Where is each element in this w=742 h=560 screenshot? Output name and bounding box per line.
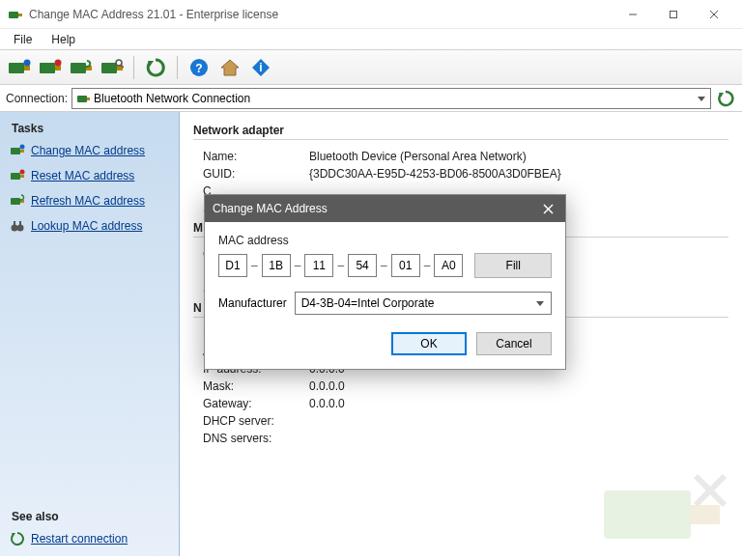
svg-point-8 — [24, 59, 31, 66]
manufacturer-select[interactable]: D4-3B-04=Intel Corporate — [295, 292, 552, 315]
mask-label: Mask: — [193, 379, 309, 393]
task-label: Refresh MAC address — [31, 194, 145, 208]
cancel-button[interactable]: Cancel — [476, 332, 552, 355]
mac-address-label: MAC address — [218, 234, 552, 247]
svg-rect-25 — [87, 98, 90, 100]
svg-rect-12 — [71, 63, 86, 73]
task-refresh-mac[interactable]: Refresh MAC address — [8, 191, 171, 210]
connection-label: Connection: — [6, 92, 68, 105]
svg-marker-26 — [698, 97, 705, 101]
toolbar-restart-button[interactable] — [142, 54, 169, 81]
svg-rect-0 — [9, 12, 18, 18]
gateway-value: 0.0.0.0 — [309, 397, 345, 410]
nic-edit-icon — [10, 143, 25, 158]
mac-separator: – — [251, 259, 258, 272]
toolbar-reset-mac-button[interactable] — [37, 54, 64, 81]
mac-octet-2[interactable] — [262, 254, 291, 277]
tasks-header: Tasks — [12, 122, 171, 135]
nic-refresh-icon — [10, 193, 25, 209]
svg-rect-31 — [11, 173, 20, 180]
toolbar-home-button[interactable] — [216, 54, 243, 81]
svg-rect-7 — [24, 66, 30, 70]
mac-octet-3[interactable] — [304, 254, 333, 277]
see-also-header: See also — [12, 510, 171, 523]
toolbar-refresh-mac-button[interactable] — [68, 54, 95, 81]
connection-bar: Connection: Bluetooth Network Connection — [0, 85, 742, 112]
toolbar-lookup-mac-button[interactable] — [99, 54, 126, 81]
dhcpserver-label: DHCP server: — [193, 414, 309, 428]
mac-octet-1[interactable] — [218, 254, 247, 277]
connection-select[interactable]: Bluetooth Network Connection — [71, 88, 711, 109]
svg-rect-39 — [19, 221, 21, 226]
maximize-button[interactable] — [653, 1, 694, 28]
svg-rect-28 — [11, 148, 20, 154]
svg-rect-38 — [14, 221, 15, 226]
task-label: Reset MAC address — [31, 169, 134, 182]
svg-text:?: ? — [195, 62, 202, 75]
see-also-restart[interactable]: Restart connection — [8, 529, 171, 548]
name-label: Name: — [193, 150, 309, 163]
svg-point-11 — [55, 59, 62, 66]
svg-rect-32 — [20, 175, 24, 178]
toolbar-about-button[interactable]: i — [247, 54, 274, 81]
mac-separator: – — [337, 259, 344, 272]
toolbar-separator — [177, 56, 178, 79]
toolbar: ? i — [0, 50, 742, 85]
svg-point-30 — [20, 145, 25, 150]
mac-octet-6[interactable] — [434, 254, 463, 277]
svg-rect-34 — [11, 198, 20, 205]
svg-point-33 — [20, 170, 25, 175]
task-lookup-mac[interactable]: Lookup MAC address — [8, 216, 171, 236]
sidebar: Tasks Change MAC address Reset MAC addre… — [0, 112, 180, 556]
mac-separator: – — [424, 259, 431, 272]
mac-separator: – — [295, 259, 301, 272]
connection-refresh-button[interactable] — [715, 88, 736, 109]
name-value: Bluetooth Device (Personal Area Network) — [309, 150, 527, 163]
svg-text:i: i — [259, 61, 262, 74]
toolbar-help-button[interactable]: ? — [186, 54, 213, 81]
svg-rect-9 — [40, 63, 55, 73]
dialog-titlebar: Change MAC Address — [205, 195, 565, 222]
see-also-label: Restart connection — [31, 532, 128, 546]
mac-octet-5[interactable] — [391, 254, 420, 277]
nic-reset-icon — [10, 168, 25, 183]
change-mac-dialog: Change MAC Address MAC address – – – – –… — [204, 194, 566, 370]
ok-button[interactable]: OK — [391, 332, 467, 355]
menubar: File Help — [0, 29, 742, 50]
restart-icon — [10, 531, 25, 546]
menu-help[interactable]: Help — [43, 31, 83, 48]
window-controls — [613, 1, 734, 28]
svg-rect-24 — [77, 96, 87, 102]
guid-label: GUID: — [193, 167, 309, 181]
mac-octet-4[interactable] — [348, 254, 377, 277]
task-label: Change MAC address — [31, 144, 145, 157]
mac-separator: – — [381, 259, 387, 272]
task-reset-mac[interactable]: Reset MAC address — [8, 166, 171, 185]
window-title: Change MAC Address 21.01 - Enterprise li… — [29, 8, 613, 21]
svg-rect-14 — [101, 63, 117, 73]
menu-file[interactable]: File — [6, 31, 40, 48]
svg-rect-1 — [18, 14, 22, 16]
chevron-down-icon — [697, 94, 706, 103]
adapter-header: Network adapter — [193, 124, 728, 140]
binoculars-icon — [10, 218, 25, 234]
gateway-label: Gateway: — [193, 397, 309, 410]
chevron-down-icon — [535, 298, 545, 308]
toolbar-change-mac-button[interactable] — [6, 54, 33, 81]
mask-value: 0.0.0.0 — [309, 379, 345, 393]
connection-value: Bluetooth Network Connection — [94, 92, 250, 105]
svg-marker-47 — [536, 301, 544, 306]
svg-rect-41 — [604, 490, 691, 539]
task-change-mac[interactable]: Change MAC address — [8, 141, 171, 160]
background-decoration — [599, 471, 734, 548]
fill-button[interactable]: Fill — [474, 253, 552, 278]
svg-rect-10 — [55, 66, 61, 70]
dns-label: DNS servers: — [193, 432, 309, 445]
app-icon — [8, 7, 23, 22]
dialog-title: Change MAC Address — [213, 202, 328, 215]
svg-rect-29 — [20, 150, 24, 153]
task-label: Lookup MAC address — [31, 219, 142, 233]
minimize-button[interactable] — [613, 1, 653, 28]
dialog-close-button[interactable] — [538, 199, 557, 218]
close-button[interactable] — [694, 1, 734, 28]
